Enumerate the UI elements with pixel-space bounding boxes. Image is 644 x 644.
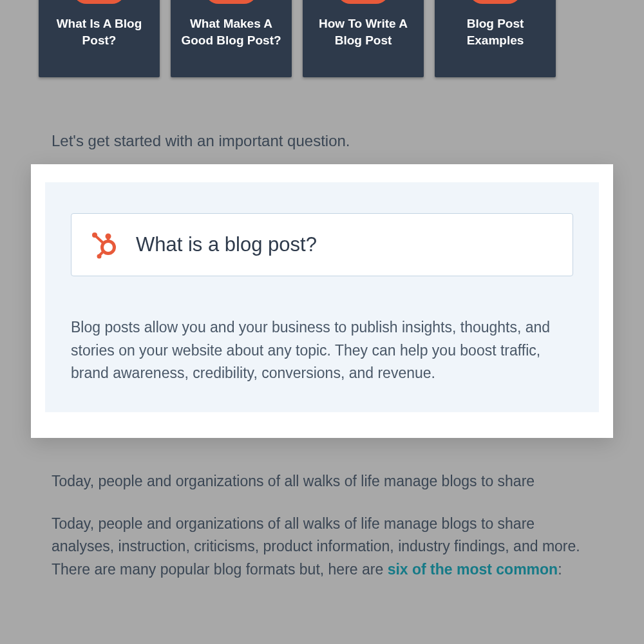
body-paragraph-1: Today, people and organizations of all w… <box>0 470 644 493</box>
featured-highlight-panel: What is a blog post? Blog posts allow yo… <box>31 164 613 438</box>
nav-card-label: What Makes A Good Blog Post? <box>171 15 292 48</box>
featured-answer-text: Blog posts allow you and your business t… <box>71 316 573 385</box>
svg-line-5 <box>96 236 104 243</box>
nav-card-label: How To Write A Blog Post <box>303 15 424 48</box>
nav-card-how-to-write[interactable]: How To Write A Blog Post <box>303 0 424 77</box>
nav-card-label: What Is A Blog Post? <box>39 15 160 48</box>
hubspot-logo-icon <box>90 231 118 259</box>
nav-card-accent-icon <box>469 0 521 4</box>
nav-card-examples[interactable]: Blog Post Examples <box>435 0 556 77</box>
nav-card-good-blog[interactable]: What Makes A Good Blog Post? <box>171 0 292 77</box>
featured-question-heading: What is a blog post? <box>136 233 317 256</box>
featured-inner-box: What is a blog post? Blog posts allow yo… <box>45 182 599 412</box>
question-card: What is a blog post? <box>71 213 573 276</box>
nav-card-label: Blog Post Examples <box>435 15 556 48</box>
nav-card-accent-icon <box>205 0 257 4</box>
nav-cards-row: What Is A Blog Post? What Makes A Good B… <box>0 0 644 77</box>
svg-line-6 <box>100 251 104 255</box>
body-paragraph-2: Today, people and organizations of all w… <box>0 513 644 582</box>
nav-card-accent-icon <box>73 0 125 4</box>
nav-card-accent-icon <box>337 0 389 4</box>
intro-paragraph: Let's get started with an important ques… <box>0 132 644 150</box>
body-text-post: : <box>558 561 562 578</box>
nav-card-what-is[interactable]: What Is A Blog Post? <box>39 0 160 77</box>
six-common-link[interactable]: six of the most common <box>388 561 558 578</box>
